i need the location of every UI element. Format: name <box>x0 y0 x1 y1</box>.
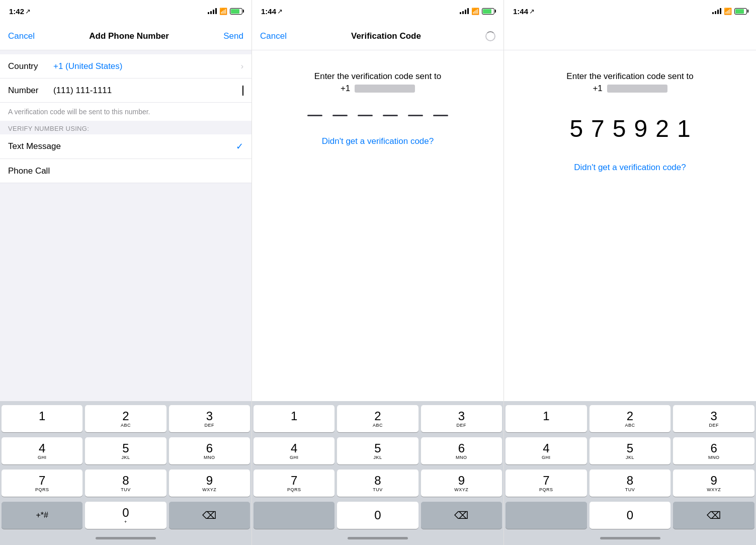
key-3-8[interactable]: 8TUV <box>590 470 671 497</box>
keyboard-row-3-bottom: 0 ⌫ <box>506 502 754 529</box>
number-input[interactable]: (111) 111-1111 <box>53 86 243 96</box>
key-2[interactable]: 2 ABC <box>85 405 166 432</box>
country-row[interactable]: Country +1 (United States) › <box>0 54 251 79</box>
text-message-label: Text Message <box>8 141 61 151</box>
verification-instruction-3: Enter the verification code sent to +1 <box>566 70 693 95</box>
key-9[interactable]: 9 WXYZ <box>169 470 250 497</box>
key-2-special[interactable] <box>254 502 334 529</box>
nav-bar-3 <box>504 22 756 50</box>
key-3-2[interactable]: 2ABC <box>590 405 671 432</box>
panel-verification-filled: 1:44 ↗ 📶 Enter the verification code sen… <box>504 0 756 545</box>
resend-link-3[interactable]: Didn't get a verification code? <box>574 163 686 173</box>
status-time-1: 1:42 <box>9 7 24 16</box>
key-2-0[interactable]: 0 <box>337 502 418 529</box>
key-delete[interactable]: ⌫ <box>169 502 250 529</box>
wifi-icon-3: 📶 <box>724 8 732 15</box>
key-3-0[interactable]: 0 <box>590 502 671 529</box>
keyboard-row-2-bottom: 0 ⌫ <box>254 502 502 529</box>
keyboard-row-1: 1 2 ABC 3 DEF <box>2 405 250 432</box>
form-separator-top <box>0 50 251 54</box>
key-2-3[interactable]: 3DEF <box>421 405 502 432</box>
gray-area-1 <box>0 183 251 401</box>
key-3-3[interactable]: 3DEF <box>673 405 754 432</box>
key-3-4[interactable]: 4GHI <box>506 437 587 464</box>
key-4[interactable]: 4 GHI <box>2 437 82 464</box>
status-time-2: 1:44 <box>261 7 276 16</box>
chevron-icon: › <box>241 62 243 71</box>
cancel-button-1[interactable]: Cancel <box>8 31 35 41</box>
key-8[interactable]: 8 TUV <box>85 470 166 497</box>
key-2-6[interactable]: 6MNO <box>421 437 502 464</box>
panel-add-phone: 1:42 ↗ 📶 Cancel Add Phone Number Send Co… <box>0 0 252 545</box>
code-dash-2 <box>332 115 348 116</box>
country-value: +1 (United States) <box>53 61 237 71</box>
code-dash-1 <box>307 115 322 116</box>
keyboard-3: 1 2ABC 3DEF 4GHI 5JKL 6MNO 7PQRS 8TUV 9W… <box>504 401 756 531</box>
number-row[interactable]: Number (111) 111-1111 <box>0 79 251 103</box>
location-arrow-2: ↗ <box>277 8 283 15</box>
key-2-7[interactable]: 7PQRS <box>254 470 334 497</box>
phone-number-blur-3 <box>607 85 667 93</box>
key-2-1[interactable]: 1 <box>254 405 334 432</box>
key-3-9[interactable]: 9WXYZ <box>673 470 754 497</box>
nav-bar-1: Cancel Add Phone Number Send <box>0 22 251 50</box>
key-2-2[interactable]: 2ABC <box>337 405 418 432</box>
key-3-5[interactable]: 5JKL <box>590 437 671 464</box>
code-digit-3: 5 <box>613 115 626 142</box>
key-0[interactable]: 0 + <box>85 502 166 529</box>
home-indicator-3 <box>504 531 756 545</box>
code-dashes <box>307 115 448 116</box>
key-6[interactable]: 6 MNO <box>169 437 250 464</box>
keyboard-row-3-3: 7PQRS 8TUV 9WXYZ <box>506 470 754 497</box>
options-list: Text Message ✓ Phone Call <box>0 134 251 183</box>
key-3-6[interactable]: 6MNO <box>673 437 754 464</box>
key-3-special[interactable] <box>506 502 587 529</box>
code-digit-1: 5 <box>569 115 583 142</box>
verification-content-filled: Enter the verification code sent to +1 5… <box>504 50 756 401</box>
battery-icon-1 <box>230 8 242 15</box>
option-phone-call[interactable]: Phone Call <box>0 159 251 183</box>
keyboard-row-3-1: 1 2ABC 3DEF <box>506 405 754 432</box>
home-bar-1 <box>96 537 156 539</box>
code-digits-display: 5 7 5 9 2 1 <box>569 115 690 142</box>
nav-title-1: Add Phone Number <box>89 31 169 41</box>
wifi-icon-2: 📶 <box>471 8 479 15</box>
key-2-5[interactable]: 5JKL <box>337 437 418 464</box>
key-2-8[interactable]: 8TUV <box>337 470 418 497</box>
key-2-4[interactable]: 4GHI <box>254 437 334 464</box>
key-special[interactable]: +*# <box>2 502 82 529</box>
cancel-button-2[interactable]: Cancel <box>260 31 287 41</box>
keyboard-row-bottom: +*# 0 + ⌫ <box>2 502 250 529</box>
resend-link-2[interactable]: Didn't get a verification code? <box>322 136 434 146</box>
code-digit-5: 2 <box>655 115 669 142</box>
home-bar-3 <box>600 537 660 539</box>
key-7[interactable]: 7 PQRS <box>2 470 82 497</box>
verification-instruction-2: Enter the verification code sent to +1 <box>314 70 441 95</box>
status-bar-1: 1:42 ↗ 📶 <box>0 0 251 22</box>
country-label: Country <box>8 61 53 71</box>
option-text-message[interactable]: Text Message ✓ <box>0 134 251 159</box>
key-3[interactable]: 3 DEF <box>169 405 250 432</box>
home-indicator-2 <box>252 531 503 545</box>
phone-prefix-3: +1 <box>593 84 602 93</box>
battery-icon-3 <box>734 8 747 15</box>
keyboard-row-2: 4 GHI 5 JKL 6 MNO <box>2 437 250 464</box>
key-3-1[interactable]: 1 <box>506 405 587 432</box>
verification-info: A verification code will be sent to this… <box>0 103 251 121</box>
key-1[interactable]: 1 <box>2 405 82 432</box>
section-header: VERIFY NUMBER USING: <box>0 121 251 134</box>
key-5[interactable]: 5 JKL <box>85 437 166 464</box>
keyboard-row-3: 7 PQRS 8 TUV 9 WXYZ <box>2 470 250 497</box>
send-button[interactable]: Send <box>223 31 243 41</box>
status-icons-2: 📶 <box>460 8 494 15</box>
key-3-7[interactable]: 7PQRS <box>506 470 587 497</box>
code-digit-2: 7 <box>591 115 605 142</box>
key-2-delete[interactable]: ⌫ <box>421 502 502 529</box>
keyboard-2: 1 2ABC 3DEF 4GHI 5JKL 6MNO 7PQRS 8TUV 9W… <box>252 401 503 531</box>
loading-spinner <box>485 31 495 41</box>
key-3-delete[interactable]: ⌫ <box>673 502 754 529</box>
key-2-9[interactable]: 9WXYZ <box>421 470 502 497</box>
keyboard-1: 1 2 ABC 3 DEF 4 GHI 5 JKL 6 MN <box>0 401 251 531</box>
code-dash-5 <box>408 115 423 116</box>
status-bar-3: 1:44 ↗ 📶 <box>504 0 756 22</box>
